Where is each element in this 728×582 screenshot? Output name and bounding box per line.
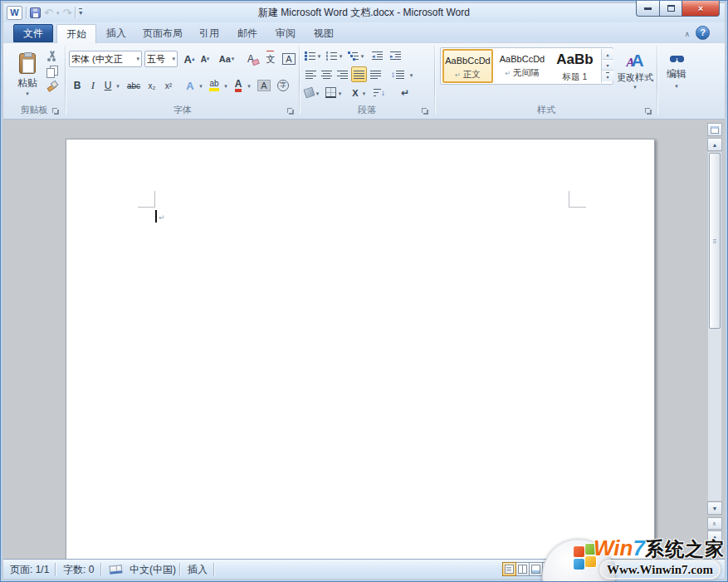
highlight-dropdown-icon[interactable]: ▾ <box>222 83 229 89</box>
styles-dialog-launcher-icon[interactable] <box>644 107 652 115</box>
tab-file[interactable]: 文件 <box>13 24 53 42</box>
scroll-down-button[interactable]: ▼ <box>707 501 722 515</box>
clear-formatting-button[interactable]: A <box>242 51 259 67</box>
borders-button[interactable] <box>324 86 337 100</box>
multilevel-list-button[interactable] <box>347 49 359 61</box>
styles-scroll-down-icon[interactable]: ▾ <box>602 60 613 71</box>
align-left-button[interactable] <box>304 67 318 81</box>
phonetic-guide-button[interactable]: 文 <box>262 51 279 67</box>
customize-qat-icon[interactable]: ▾ <box>79 8 82 17</box>
strikethrough-icon: abc <box>127 81 140 90</box>
strikethrough-button[interactable]: abc <box>125 77 143 94</box>
editing-button[interactable]: 编辑 ▾ <box>660 47 693 95</box>
underline-dropdown-icon[interactable]: ▾ <box>115 83 121 89</box>
distribute-button[interactable] <box>369 67 383 81</box>
styles-more-icon[interactable]: ▾ <box>602 71 613 81</box>
bullets-dropdown-icon[interactable]: ▾ <box>316 53 322 59</box>
paragraph-dialog-launcher-icon[interactable] <box>421 107 429 115</box>
sort-button[interactable]: ↓ <box>372 86 387 100</box>
ruler-toggle-button[interactable] <box>707 123 722 136</box>
font-size-select[interactable]: 五号 ▾ <box>144 51 178 67</box>
redo-icon[interactable]: ↷ <box>62 7 71 18</box>
save-icon[interactable] <box>30 7 41 18</box>
language-status[interactable]: 中文(中国) <box>129 560 176 580</box>
tab-home[interactable]: 开始 <box>56 24 96 43</box>
style-heading1[interactable]: AaBb 标题 1 <box>551 49 599 83</box>
close-button[interactable]: × <box>682 1 720 17</box>
character-shading-button[interactable]: A <box>256 77 272 94</box>
italic-button[interactable]: I <box>86 77 100 94</box>
change-case-button[interactable]: Aa ▾ <box>216 51 237 67</box>
line-spacing-dropdown-icon[interactable]: ▾ <box>408 72 414 78</box>
align-center-button[interactable] <box>320 67 334 81</box>
font-name-select[interactable]: 宋体 (中文正 ▾ <box>69 51 142 67</box>
minimize-button[interactable] <box>636 1 660 17</box>
justify-button[interactable] <box>351 66 367 82</box>
shading-dropdown-icon[interactable]: ▾ <box>315 90 320 96</box>
fullscreen-reading-view-button[interactable] <box>515 562 530 576</box>
word-count[interactable]: 字数: 0 <box>63 560 94 580</box>
undo-dropdown-icon[interactable]: ▾ <box>56 10 60 16</box>
tab-page-layout[interactable]: 页面布局 <box>136 24 189 42</box>
help-icon[interactable]: ? <box>696 26 710 40</box>
bold-button[interactable]: B <box>70 77 85 94</box>
undo-icon[interactable]: ↶ <box>44 7 53 18</box>
highlight-button[interactable]: ab <box>206 77 222 94</box>
increase-indent-button[interactable]: ▸ <box>388 49 403 61</box>
copy-button[interactable] <box>44 64 59 77</box>
asian-layout-button[interactable]: X <box>349 86 362 100</box>
grow-font-button[interactable]: A▴ <box>181 51 198 67</box>
font-color-dropdown-icon[interactable]: ▾ <box>246 83 252 89</box>
maximize-button[interactable] <box>660 1 682 17</box>
show-hide-marks-button[interactable]: ↵ <box>398 86 412 100</box>
borders-dropdown-icon[interactable]: ▾ <box>337 90 343 96</box>
tab-references[interactable]: 引用 <box>191 24 227 42</box>
numbering-button[interactable] <box>325 49 338 61</box>
asian-layout-dropdown-icon[interactable]: ▾ <box>361 90 367 96</box>
scroll-down-icon: ▼ <box>712 506 718 511</box>
insert-mode-status[interactable]: 插入 <box>188 560 208 580</box>
change-styles-button[interactable]: AA 更改样式 ▾ <box>615 47 655 94</box>
tab-view[interactable]: 视图 <box>305 24 342 42</box>
scroll-up-button[interactable]: ▲ <box>707 138 722 151</box>
collapse-ribbon-icon[interactable]: ∧ <box>684 30 690 38</box>
shrink-font-button[interactable]: A▾ <box>198 51 213 67</box>
align-right-button[interactable] <box>335 67 349 81</box>
font-dialog-launcher-icon[interactable] <box>286 107 295 115</box>
tab-mailings[interactable]: 邮件 <box>229 24 266 42</box>
decrease-indent-button[interactable]: ◂ <box>370 49 384 61</box>
paste-button[interactable]: 粘贴 ▾ <box>11 47 44 102</box>
underline-button[interactable]: U <box>101 77 115 94</box>
enclose-characters-button[interactable]: 字 <box>276 77 291 94</box>
scrollbar-thumb[interactable] <box>709 153 721 329</box>
cut-button[interactable] <box>44 49 59 62</box>
grow-arrow-icon: ▴ <box>192 56 195 62</box>
print-layout-view-button[interactable] <box>502 562 516 576</box>
superscript-button[interactable]: x² <box>161 77 176 94</box>
page-count[interactable]: 页面: 1/1 <box>10 560 49 580</box>
tab-insert[interactable]: 插入 <box>98 24 134 42</box>
document-page[interactable]: ↵ <box>66 139 655 559</box>
multilevel-list-dropdown-icon[interactable]: ▾ <box>359 53 365 59</box>
bullets-button[interactable] <box>304 49 316 61</box>
subscript-button[interactable]: x₂ <box>144 77 159 94</box>
tab-review[interactable]: 审阅 <box>267 24 304 42</box>
scrollbar-track[interactable] <box>707 152 722 501</box>
character-border-button[interactable]: A <box>281 51 297 67</box>
format-painter-button[interactable] <box>44 79 59 92</box>
text-effects-button[interactable]: A <box>183 77 198 94</box>
previous-page-button[interactable]: « <box>707 517 722 530</box>
shading-button[interactable] <box>302 86 315 100</box>
style-no-spacing[interactable]: AaBbCcDd ↵ 无间隔 <box>496 49 548 83</box>
font-color-button[interactable]: A <box>231 77 246 94</box>
numbering-dropdown-icon[interactable]: ▾ <box>338 53 344 59</box>
proofing-status-icon[interactable] <box>110 565 123 574</box>
styles-scroll-up-icon[interactable]: ▴ <box>602 49 613 60</box>
word-app-icon[interactable]: W <box>7 6 22 20</box>
style-normal[interactable]: AaBbCcDd ↵ 正文 <box>442 49 493 83</box>
line-spacing-button[interactable]: ↕ <box>387 67 408 81</box>
web-layout-view-button[interactable] <box>529 562 543 576</box>
windows-flag-blue-pane <box>574 559 584 570</box>
clipboard-dialog-launcher-icon[interactable] <box>51 107 60 115</box>
text-effects-dropdown-icon[interactable]: ▾ <box>198 83 204 89</box>
